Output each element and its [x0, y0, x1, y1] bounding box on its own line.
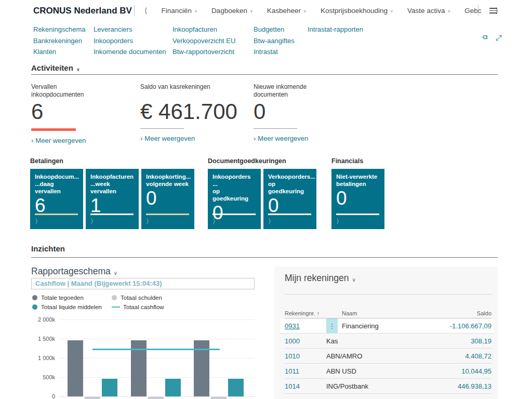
tile-label: Inkoopdocum......daag vervallen — [35, 173, 78, 195]
kpi-cue[interactable]: Nieuwe inkomendedocumenten0›Meer weergev… — [254, 83, 308, 144]
kpi-label: Saldo van kasrekeningen — [140, 83, 254, 99]
tile-label-line: Verkooporders... — [268, 173, 312, 180]
quick-link-leveranciers[interactable]: Leveranciers — [94, 24, 172, 35]
account-number-link[interactable]: 1010 — [285, 352, 326, 360]
chart-bar-totale-tegoeden — [68, 340, 83, 396]
nav-item-label: Vaste activa — [407, 7, 445, 15]
see-more-link[interactable]: ›Meer weergeven — [31, 137, 140, 144]
table-row[interactable]: 1014ING/Postbank446.938,13 — [285, 379, 491, 394]
account-name: Financiering — [342, 322, 429, 330]
my-accounts-heading[interactable]: Mijn rekeningen∨ — [285, 273, 356, 284]
quick-links-column: LeveranciersInkoopordersInkomende docume… — [94, 24, 172, 58]
account-number-link[interactable]: 1011 — [285, 367, 326, 375]
y-axis-tick-label: 1 000k — [31, 355, 55, 361]
quick-link-btw-aangiftes[interactable]: Btw-aangiftes — [254, 35, 308, 47]
cue-tile[interactable]: Verkooporders...op goedkeuring0〉 — [263, 169, 316, 229]
quick-link-inkooporders[interactable]: Inkooporders — [94, 35, 172, 47]
tile-label: Inkoopfacturen...week vervallen — [90, 173, 134, 195]
kpi-value: 6 — [31, 99, 140, 125]
y-axis-tick-label: 0 — [31, 393, 55, 399]
chart-bar-totaal-liquide-middelen — [102, 379, 117, 396]
kpi-label-line: inkoopdocumenten — [31, 91, 140, 99]
kpi-cue[interactable]: Saldo van kasrekeningen€ 461.700›Meer we… — [140, 83, 254, 144]
chevron-down-icon: ∨ — [352, 277, 356, 283]
cue-tile[interactable]: Inkoopfacturen...week vervallen1〉 — [86, 169, 139, 229]
legend-dot-swatch — [112, 295, 117, 300]
nav-scroll-left-icon[interactable]: ⟨ — [144, 6, 147, 15]
quick-link-rekeningschema[interactable]: Rekeningschema — [33, 24, 94, 35]
see-more-link[interactable]: ›Meer weergeven — [140, 135, 254, 142]
nav-item-dagboeken[interactable]: Dagboeken∨ — [211, 7, 253, 15]
activities-heading[interactable]: Activiteiten∨ — [31, 63, 80, 72]
tile-accent-bar — [146, 214, 189, 215]
column-header-naam[interactable]: Naam — [342, 310, 477, 316]
kpi-cue[interactable]: Vervalleninkoopdocumenten6›Meer weergeve… — [31, 83, 140, 144]
table-row[interactable]: 1010ABN/AMRO4.408,72 — [285, 349, 491, 364]
quick-link-bankrekeningen[interactable]: Bankrekeningen — [33, 35, 94, 47]
account-name: ABN/AMRO — [326, 352, 414, 360]
section-rule — [31, 74, 498, 75]
chevron-right-icon: 〉 — [90, 217, 97, 226]
quick-link-inkomende-documenten[interactable]: Inkomende documenten — [94, 46, 172, 58]
quick-link-btw-rapportoverzicht[interactable]: Btw-rapportoverzicht — [172, 46, 254, 58]
legend-item: Totale tegoeden — [32, 293, 112, 302]
see-more-link[interactable]: ›Meer weergeven — [254, 135, 308, 142]
column-header-rekeningnr[interactable]: Rekeningnr. ↑ — [285, 310, 342, 316]
kpi-row: Vervalleninkoopdocumenten6›Meer weergeve… — [31, 83, 308, 144]
tile-label-line: betalingen — [336, 180, 380, 188]
kpi-value: € 461.700 — [140, 99, 254, 125]
nav-item-gebc[interactable]: Gebc — [464, 7, 481, 15]
y-axis-tick-label: 2 000k — [31, 316, 55, 323]
cue-tile[interactable]: Inkoopdocum......daag vervallen6〉 — [30, 169, 83, 229]
pin-icon[interactable] — [481, 33, 489, 43]
quick-link-budgetten[interactable]: Budgetten — [254, 24, 308, 35]
tile-row: Inkooporders ...op goedkeuring0〉Verkoopo… — [208, 169, 316, 229]
cue-tile[interactable]: Niet-verwerktebetalingen0〉 — [331, 169, 384, 229]
quick-link-intrastat-rapporten[interactable]: Intrastat-rapporten — [308, 24, 380, 35]
chevron-down-icon: ∨ — [447, 9, 450, 14]
divider — [134, 5, 135, 16]
nav-item-financi-n[interactable]: Financiën∨ — [161, 7, 197, 15]
quick-link-verkoopoverzicht-eu[interactable]: Verkoopoverzicht EU — [172, 35, 254, 47]
legend-label: Totaal schulden — [121, 295, 162, 301]
quick-link-inkoopfacturen[interactable]: Inkoopfacturen — [172, 24, 254, 35]
expand-icon[interactable]: ⤢ — [496, 33, 502, 43]
nav-item-kasbeheer[interactable]: Kasbeheer∨ — [267, 7, 307, 15]
quick-links-column: RekeningschemaBankrekeningenKlanten — [33, 24, 94, 58]
report-schema-status[interactable]: Cashflow | Maand (Bijgewerkt 15:04:43) — [31, 278, 255, 289]
company-title[interactable]: CRONUS Nederland BV — [33, 6, 132, 16]
section-rule — [31, 257, 498, 258]
chevron-down-icon: ∨ — [303, 9, 307, 14]
tile-label: Inkooporders ...op goedkeuring — [212, 173, 256, 202]
cue-tile[interactable]: Inkoopkorting...volgende week0〉 — [141, 169, 194, 229]
chevron-right-icon: › — [140, 135, 142, 142]
account-number-link[interactable]: 1014 — [285, 382, 326, 390]
quick-link-klanten[interactable]: Klanten — [33, 46, 94, 58]
kpi-label-line: documenten — [254, 91, 308, 99]
tile-accent-bar — [268, 214, 311, 215]
nav-item-vaste-activa[interactable]: Vaste activa∨ — [407, 7, 450, 15]
column-header-saldo[interactable]: Saldo — [477, 310, 491, 316]
table-row[interactable]: 1011ABN USD10.044,95 — [285, 364, 491, 379]
tile-label-line: op goedkeuring — [212, 188, 256, 202]
hamburger-menu-icon[interactable] — [489, 8, 497, 15]
nav-item-kostprijsboekhouding[interactable]: Kostprijsboekhouding∨ — [321, 7, 393, 15]
table-row[interactable]: 0931⋮Financiering-1.106.667,09 — [281, 318, 494, 334]
y-axis-tick-label: 500k — [31, 374, 55, 380]
report-schema-heading[interactable]: Rapportageschema∨ — [31, 266, 117, 277]
nav-item-label: Dagboeken — [211, 7, 247, 15]
row-context-menu-icon[interactable]: ⋮ — [326, 318, 338, 333]
chevron-right-icon: 〉 — [336, 217, 342, 226]
tile-value: 0 — [212, 202, 256, 224]
kpi-label-line: Nieuwe inkomende — [254, 83, 308, 91]
cashflow-chart[interactable]: 2 000k1 500k1 000k500k0 — [31, 314, 255, 399]
cue-tile[interactable]: Inkooporders ...op goedkeuring0〉 — [208, 169, 261, 229]
table-row[interactable]: 1000Kas308,19 — [285, 334, 491, 349]
chevron-down-icon: ∨ — [76, 67, 80, 72]
account-number-link[interactable]: 1000 — [285, 337, 326, 345]
quick-links-column: InkoopfacturenVerkoopoverzicht EUBtw-rap… — [172, 24, 254, 58]
quick-link-intrastat[interactable]: Intrastat — [254, 46, 308, 58]
legend-item: Totaal schulden — [112, 293, 164, 302]
account-balance: 446.938,13 — [414, 382, 491, 390]
account-number-link[interactable]: 0931 — [285, 322, 326, 330]
